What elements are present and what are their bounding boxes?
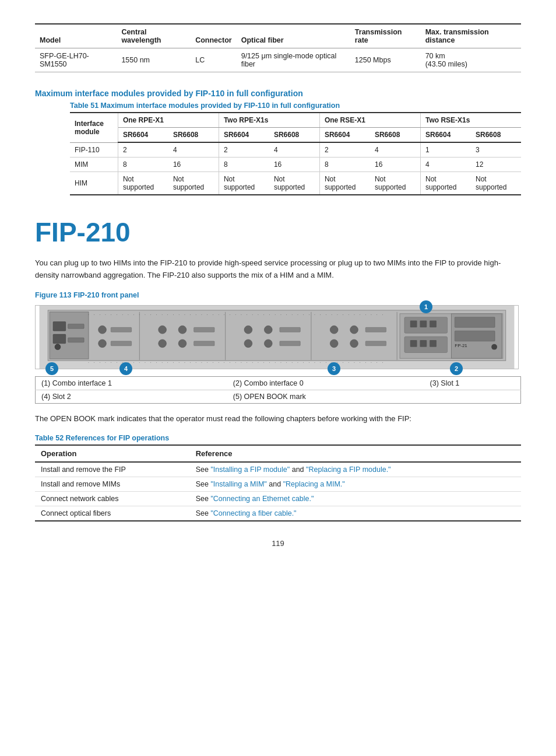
cell-val: Notsupported [118,172,168,195]
cell-rate: 1250 Mbps [350,48,421,72]
ref-table-header-row: Operation Reference [35,445,521,462]
cell-val: Notsupported [319,172,370,195]
svg-rect-32 [365,341,386,345]
svg-text:FP-21: FP-21 [455,342,467,348]
sub-col-sr6604-3: SR6604 [319,128,370,143]
svg-point-16 [159,340,167,348]
svg-rect-9 [111,327,131,332]
cell-val: 2 [319,142,370,158]
open-book-description: The OPEN BOOK mark indicates that the op… [35,413,521,425]
link-ethernet[interactable]: "Connecting an Ethernet cable." [210,495,314,503]
link-replacing-fip[interactable]: "Replacing a FIP module." [306,466,391,474]
svg-rect-18 [194,341,214,345]
col-header-one-rse: One RSE-X1 [319,113,420,128]
cell-model: SFP-GE-LH70-SM1550 [35,48,117,72]
ref-row-mim: Install and remove MIMs See "Installing … [35,477,521,492]
cell-module-him: HIM [70,172,118,195]
svg-point-31 [350,340,358,348]
sub-col-sr6608-4: SR6608 [471,128,521,143]
cell-val: 2 [118,142,168,158]
cell-val: 16 [269,158,320,172]
svg-rect-22 [280,327,300,332]
cell-val: Notsupported [168,172,219,195]
link-fiber-cable[interactable]: "Connecting a fiber cable." [210,509,296,517]
svg-rect-15 [194,327,214,332]
cell-val: Notsupported [269,172,320,195]
callout-5: 5 [45,362,58,375]
cell-val: 3 [471,142,521,158]
svg-rect-41 [420,340,427,347]
link-installing-mim[interactable]: "Installing a MIM" [210,480,266,488]
cell-val: Notsupported [420,172,471,195]
ref-mid-1: and [292,466,306,474]
cell-module-fip110: FIP-110 [70,142,118,158]
table-row: HIM Notsupported Notsupported Notsupport… [70,172,521,195]
col-header-interface-module: Interfacemodule [70,113,118,142]
ref-operation-fip: Install and remove the FIP [35,462,190,477]
cell-val: Notsupported [219,172,269,195]
cell-val: 16 [168,158,219,172]
col-header-one-rpe: One RPE-X1 [118,113,219,128]
table-row: FIP-110 2 4 2 4 2 4 1 3 [70,142,521,158]
ref-prefix-2: See [196,480,211,488]
svg-rect-38 [430,320,437,327]
link-installing-fip[interactable]: "Installing a FIP module" [210,466,290,474]
cell-wavelength: 1550 nm [117,48,191,72]
optical-fiber-table: Model Central wavelength Connector Optic… [35,23,521,72]
sub-col-sr6604-1: SR6604 [118,128,168,143]
cell-val: 8 [319,158,370,172]
ref-prefix-1: See [196,466,211,474]
ref-mid-2: and [269,480,283,488]
sub-col-sr6608-2: SR6608 [269,128,320,143]
link-replacing-mim[interactable]: "Replacing a MIM." [283,480,345,488]
callout-1: 1 [420,300,432,313]
ref-operation-mim: Install and remove MIMs [35,477,190,492]
callout-4: 4 [119,362,132,375]
cell-connector: LC [191,48,237,72]
col-header-two-rse: Two RSE-X1s [420,113,521,128]
col-header-connector: Connector [191,24,237,48]
legend-cell-3: (3) Slot 1 [424,376,521,390]
sub-col-sr6604-2: SR6604 [219,128,269,143]
col-header-two-rpe: Two RPE-X1s [219,113,319,128]
fip210-diagram: FP-21 . . . . . . . . . . . . . . . . . … [35,305,521,369]
svg-point-23 [244,340,252,348]
svg-rect-4 [53,334,66,344]
svg-text:. . . . . . . . . . . . . . . : . . . . . . . . . . . . . . . . . . . . … [88,311,385,315]
col-header-distance: Max. transmission distance [421,24,521,48]
svg-rect-6 [68,338,84,342]
svg-rect-44 [455,317,495,327]
legend-cell-5: (5) OPEN BOOK mark [227,390,424,403]
svg-point-10 [98,340,107,348]
svg-rect-3 [53,321,66,331]
ref-reference-fiber: See "Connecting a fiber cable." [190,506,521,522]
svg-point-21 [264,326,272,334]
svg-point-24 [264,340,272,348]
svg-point-30 [330,340,338,348]
table-caption-52: Table 52 References for FIP operations [35,434,521,442]
svg-point-7 [55,344,61,349]
ref-row-fip: Install and remove the FIP See "Installi… [35,462,521,477]
svg-rect-37 [420,320,427,327]
cell-val: 8 [219,158,269,172]
cell-module-mim: MIM [70,158,118,172]
sub-col-sr6608-3: SR6608 [370,128,421,143]
ref-prefix-4: See [196,509,211,517]
cell-fiber: 9/125 μm single-mode optical fiber [237,48,350,72]
references-table: Operation Reference Install and remove t… [35,444,521,522]
ref-prefix-3: See [196,495,211,503]
legend-row-2: (4) Slot 2 (5) OPEN BOOK mark [36,390,521,403]
cell-val: 1 [420,142,471,158]
svg-point-28 [350,326,358,334]
legend-cell-6 [424,390,521,403]
figure-caption-113: Figure 113 FIP-210 front panel [35,291,521,299]
svg-rect-25 [280,341,300,345]
ref-reference-mim: See "Installing a MIM" and "Replacing a … [190,477,521,492]
col-header-wavelength: Central wavelength [117,24,191,48]
cell-val: 4 [269,142,320,158]
sub-col-sr6604-4: SR6604 [420,128,471,143]
svg-point-20 [244,326,252,334]
fip210-description: You can plug up to two HIMs into the FIP… [35,257,521,282]
interface-modules-table: Interfacemodule One RPE-X1 Two RPE-X1s O… [70,112,521,195]
sub-col-sr6608-1: SR6608 [168,128,219,143]
